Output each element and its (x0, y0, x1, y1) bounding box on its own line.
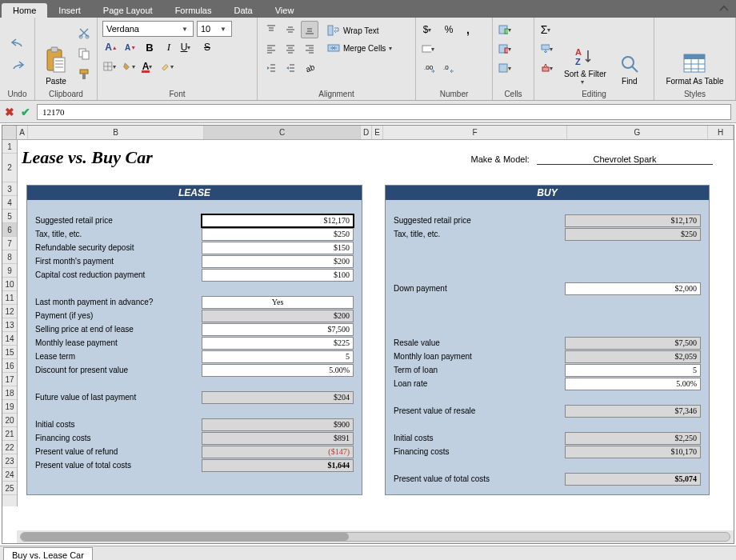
row-header[interactable]: 13 (2, 318, 17, 332)
formula-input[interactable] (37, 104, 731, 120)
col-header[interactable]: G (567, 126, 708, 139)
cell[interactable]: $5,074 (565, 473, 701, 486)
make-model-value[interactable]: Chevrolet Spark (537, 154, 713, 165)
font-color-button[interactable]: A▾ (141, 58, 158, 75)
cell[interactable]: $150 (202, 242, 354, 254)
sheet-tab[interactable]: Buy vs. Lease Car (3, 547, 93, 560)
horizontal-scrollbar[interactable] (17, 530, 734, 543)
cell[interactable]: $7,500 (202, 323, 354, 336)
cell[interactable]: $1,644 (202, 459, 354, 472)
cell[interactable]: 5 (565, 364, 701, 377)
autosum-button[interactable]: Σ▾ (539, 21, 557, 38)
tab-page-layout[interactable]: Page Layout (92, 3, 164, 18)
italic-button[interactable]: I (160, 38, 178, 56)
font-size-select[interactable]: 10▼ (197, 21, 232, 37)
col-header[interactable]: F (383, 126, 567, 139)
underline-button[interactable]: U▾ (179, 38, 197, 56)
row-header[interactable]: 14 (2, 332, 17, 346)
row-header[interactable]: 17 (2, 373, 17, 386)
row-header[interactable]: 15 (2, 346, 17, 359)
row-header[interactable]: 18 (2, 386, 17, 400)
row-header[interactable]: 24 (2, 468, 17, 482)
copy-button[interactable] (75, 45, 93, 62)
cell[interactable]: $900 (202, 418, 354, 431)
format-as-table-button[interactable]: Format As Table (662, 21, 727, 88)
insert-cells-button[interactable]: ▾ (498, 21, 515, 38)
orientation-button[interactable]: ab (301, 59, 318, 77)
tab-data[interactable]: Data (222, 3, 263, 18)
row-header[interactable]: 6 (2, 223, 17, 237)
cell[interactable]: $2,250 (565, 432, 701, 445)
align-top-button[interactable] (262, 21, 280, 38)
tab-view[interactable]: View (264, 3, 306, 18)
delete-cells-button[interactable]: ▾ (498, 40, 515, 58)
find-button[interactable]: Find (614, 21, 646, 88)
cancel-edit-icon[interactable]: ✖ (5, 106, 14, 118)
cell[interactable]: $100 (202, 269, 354, 282)
col-header[interactable]: A (17, 126, 28, 139)
row-header[interactable]: 19 (2, 400, 17, 414)
cell[interactable]: $250 (202, 228, 354, 241)
merge-cells-button[interactable]: Merge Cells▾ (322, 40, 402, 56)
currency-button[interactable]: $▾ (421, 21, 438, 38)
select-all-corner[interactable] (2, 126, 17, 139)
cell[interactable]: $7,346 (565, 405, 701, 418)
row-header[interactable]: 8 (2, 250, 17, 264)
font-name-select[interactable]: Verdana▼ (102, 21, 194, 37)
format-painter-button[interactable] (75, 66, 93, 83)
row-header[interactable]: 22 (2, 441, 17, 454)
cell[interactable]: $12,170 (565, 214, 701, 227)
bold-button[interactable]: B (141, 38, 158, 56)
align-middle-button[interactable] (282, 21, 299, 38)
spreadsheet-grid[interactable]: A B C D E F G H 1 2 3 4 5 6 7 8 9 10 11 … (2, 125, 734, 544)
col-header[interactable]: H (708, 126, 734, 139)
col-header[interactable]: B (28, 126, 204, 139)
align-bottom-button[interactable] (301, 21, 318, 38)
increase-indent-button[interactable] (282, 59, 299, 77)
number-format-button[interactable]: ▾ (421, 40, 438, 58)
row-header[interactable]: 9 (2, 264, 17, 278)
tab-home[interactable]: Home (2, 3, 47, 18)
cell[interactable]: $200 (202, 310, 354, 322)
decrease-font-button[interactable]: A▼ (122, 38, 139, 56)
tab-formulas[interactable]: Formulas (164, 3, 223, 18)
decrease-decimal-button[interactable]: .0 (440, 59, 458, 77)
increase-font-button[interactable]: A▲ (102, 38, 120, 56)
align-center-button[interactable] (282, 40, 299, 58)
row-header[interactable]: 4 (2, 196, 17, 210)
row-header[interactable]: 12 (2, 305, 17, 318)
row-header[interactable]: 7 (2, 237, 17, 250)
comma-button[interactable]: , (459, 21, 477, 38)
col-header[interactable]: E (372, 126, 383, 139)
align-right-button[interactable] (301, 40, 318, 58)
cell[interactable]: $225 (202, 337, 354, 350)
clear-button[interactable]: ▾ (539, 59, 557, 77)
paste-button[interactable]: Paste (40, 21, 72, 88)
strikethrough-button[interactable]: S (198, 38, 216, 56)
col-header[interactable]: D (361, 126, 372, 139)
cell[interactable]: $2,059 (565, 350, 701, 363)
fill-color-button[interactable]: ▾ (122, 58, 139, 75)
cell[interactable]: 5 (202, 350, 354, 363)
sort-filter-button[interactable]: AZ Sort & Filter▾ (560, 21, 610, 88)
tab-insert[interactable]: Insert (47, 3, 92, 18)
scrollbar-thumb[interactable] (21, 533, 349, 541)
row-header[interactable]: 3 (2, 182, 17, 196)
highlight-button[interactable]: ▾ (160, 58, 178, 75)
col-header[interactable]: C (204, 126, 361, 139)
cell[interactable]: 5.00% (565, 378, 701, 390)
cell[interactable]: 5.00% (202, 364, 354, 377)
row-header[interactable]: 21 (2, 427, 17, 441)
row-header[interactable]: 2 (2, 154, 17, 182)
cell[interactable]: $891 (202, 432, 354, 445)
cut-button[interactable] (75, 24, 93, 42)
collapse-ribbon-icon[interactable] (718, 3, 730, 13)
cell[interactable]: Yes (202, 296, 354, 309)
undo-button[interactable] (9, 34, 26, 52)
cell[interactable]: ($147) (202, 446, 354, 458)
cell[interactable]: $250 (565, 228, 701, 241)
cell[interactable]: $7,500 (565, 337, 701, 350)
row-header[interactable]: 20 (2, 414, 17, 427)
cell[interactable]: $204 (202, 391, 354, 404)
cell[interactable]: $200 (202, 255, 354, 268)
